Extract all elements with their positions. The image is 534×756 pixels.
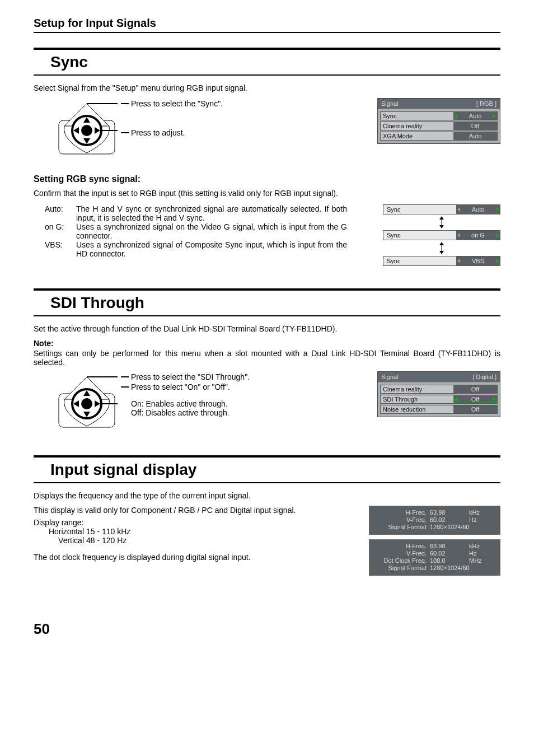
isd-range-label: Display range: bbox=[34, 518, 346, 527]
sd-label: H-Freq. bbox=[374, 509, 430, 516]
sd-unit: kHz bbox=[469, 543, 480, 549]
sync-option-vbs[interactable]: Sync VBS bbox=[383, 256, 500, 266]
signal-display-panel-2: H-Freq.63.98kHz V-Freq.60.02Hz Dot Clock… bbox=[369, 539, 500, 576]
range-h-label: Horizontal bbox=[47, 527, 86, 536]
menu-row-value: Auto bbox=[469, 133, 482, 139]
sd-value: 1280×1024/60 bbox=[430, 524, 470, 530]
sd-label: Signal Format bbox=[374, 564, 430, 571]
isd-dotclock: The dot clock frequency is displayed dur… bbox=[34, 553, 346, 562]
sync-option-value: on G bbox=[471, 232, 485, 239]
sd-label: V-Freq. bbox=[374, 550, 430, 557]
menu-row-value: Off bbox=[471, 406, 479, 413]
sync-option-ong[interactable]: Sync on G bbox=[383, 230, 500, 240]
menu-row-label: Cinema reality bbox=[381, 385, 453, 393]
sd-label: Dot Clock Freq. bbox=[374, 557, 430, 564]
menu-row-label: SDI Through bbox=[381, 395, 453, 403]
sync-intro: Select Signal from the "Setup" menu duri… bbox=[34, 83, 500, 92]
menu-row-label: Noise reduction bbox=[381, 405, 453, 413]
def-ong-label: on G: bbox=[45, 222, 76, 240]
svg-marker-10 bbox=[439, 216, 444, 220]
menu-row-cinema[interactable]: Cinema reality Off bbox=[380, 122, 498, 130]
sync-menu: Signal [ RGB ] Sync Auto Cinema reality … bbox=[377, 98, 500, 144]
menu-row-noise[interactable]: Noise reduction Off bbox=[380, 405, 498, 414]
sync-menu-mode: [ RGB ] bbox=[476, 100, 496, 107]
isd-intro: Displays the frequency and the type of t… bbox=[34, 491, 500, 500]
def-vbs-text: Uses a synchronized signal of Composite … bbox=[76, 240, 347, 258]
sd-unit: MHz bbox=[469, 557, 482, 564]
menu-row-sync[interactable]: Sync Auto bbox=[380, 111, 498, 120]
sync-press1: Press to select the "Sync". bbox=[131, 99, 223, 108]
sd-unit: kHz bbox=[469, 509, 480, 516]
sync-option-label: Sync bbox=[383, 231, 456, 240]
sdi-press2: Press to select "On" or "Off". bbox=[131, 382, 230, 391]
svg-point-17 bbox=[81, 398, 92, 409]
sd-value: 60.02 bbox=[430, 516, 469, 523]
svg-marker-11 bbox=[439, 225, 444, 228]
sd-unit: Hz bbox=[469, 550, 476, 557]
menu-row-label: XGA Mode bbox=[381, 132, 453, 140]
menu-row-xga[interactable]: XGA Mode Auto bbox=[380, 132, 498, 141]
section-title-isd: Input signal display bbox=[34, 455, 500, 483]
sync-menu-title: Signal bbox=[381, 100, 399, 107]
sync-option-value: Auto bbox=[472, 206, 485, 213]
page-number: 50 bbox=[34, 620, 500, 638]
menu-row-sdi-through[interactable]: SDI Through Off bbox=[380, 395, 498, 404]
remote-dpad-icon bbox=[56, 98, 118, 160]
range-v-label: Vertical bbox=[47, 536, 86, 545]
sdi-on-text: On: Enables active through. bbox=[131, 399, 250, 408]
page-header: Setup for Input Signals bbox=[34, 17, 500, 33]
menu-row-value: Off bbox=[471, 386, 479, 393]
sync-option-auto[interactable]: Sync Auto bbox=[383, 204, 500, 214]
range-h-value: 15 - 110 kHz bbox=[86, 527, 130, 536]
range-v-value: 48 - 120 Hz bbox=[86, 536, 127, 545]
menu-row-label: Cinema reality bbox=[381, 122, 453, 130]
sd-unit: Hz bbox=[469, 516, 476, 523]
sdi-intro: Set the active through function of the D… bbox=[34, 324, 500, 333]
sync-confirm: Confirm that the input is set to RGB inp… bbox=[34, 189, 500, 198]
section-title-sdi: SDI Through bbox=[34, 288, 500, 316]
sd-value: 1280×1024/60 bbox=[430, 564, 470, 571]
def-auto-text: The H and V sync or synchronized signal … bbox=[76, 204, 347, 222]
sdi-note-label: Note: bbox=[34, 339, 500, 348]
sdi-menu-mode: [ Digital ] bbox=[472, 374, 496, 380]
sync-option-value: VBS bbox=[472, 258, 484, 264]
sdi-menu-title: Signal bbox=[381, 374, 399, 380]
menu-row-cinema[interactable]: Cinema reality Off bbox=[380, 385, 498, 394]
sd-value: 108.0 bbox=[430, 557, 469, 564]
isd-valid: This display is valid only for Component… bbox=[34, 506, 346, 515]
sdi-note-body: Settings can only be performed for this … bbox=[34, 349, 500, 367]
section-title-sync: Sync bbox=[34, 48, 500, 76]
svg-point-2 bbox=[81, 125, 92, 136]
menu-row-value: Off bbox=[471, 123, 479, 129]
remote-dpad-icon bbox=[56, 371, 118, 433]
menu-row-value: Off bbox=[471, 396, 479, 403]
updown-arrow-icon bbox=[383, 216, 500, 228]
def-ong-text: Uses a synchronized signal on the Video … bbox=[76, 222, 347, 240]
sd-label: Signal Format bbox=[374, 524, 430, 530]
sdi-press1: Press to select the "SDI Through". bbox=[131, 372, 250, 381]
signal-display-panel-1: H-Freq.63.98kHz V-Freq.60.02Hz Signal Fo… bbox=[369, 506, 500, 535]
sync-setting-heading: Setting RGB sync signal: bbox=[34, 174, 500, 184]
sd-label: H-Freq. bbox=[374, 543, 430, 549]
sdi-menu: Signal [ Digital ] Cinema reality Off SD… bbox=[377, 371, 500, 417]
svg-marker-13 bbox=[439, 242, 444, 245]
sdi-off-text: Off: Disables active through. bbox=[131, 408, 250, 417]
sync-option-label: Sync bbox=[383, 205, 456, 214]
menu-row-value: Auto bbox=[469, 113, 482, 119]
sd-value: 63.98 bbox=[430, 543, 469, 549]
updown-arrow-icon bbox=[383, 242, 500, 254]
menu-row-label: Sync bbox=[381, 112, 453, 120]
def-auto-label: Auto: bbox=[45, 204, 76, 222]
sd-value: 63.98 bbox=[430, 509, 469, 516]
svg-marker-14 bbox=[439, 251, 444, 254]
sd-value: 60.02 bbox=[430, 550, 469, 557]
sd-label: V-Freq. bbox=[374, 516, 430, 523]
sync-press2: Press to adjust. bbox=[131, 128, 185, 137]
sync-option-label: Sync bbox=[383, 256, 456, 265]
def-vbs-label: VBS: bbox=[45, 240, 76, 258]
